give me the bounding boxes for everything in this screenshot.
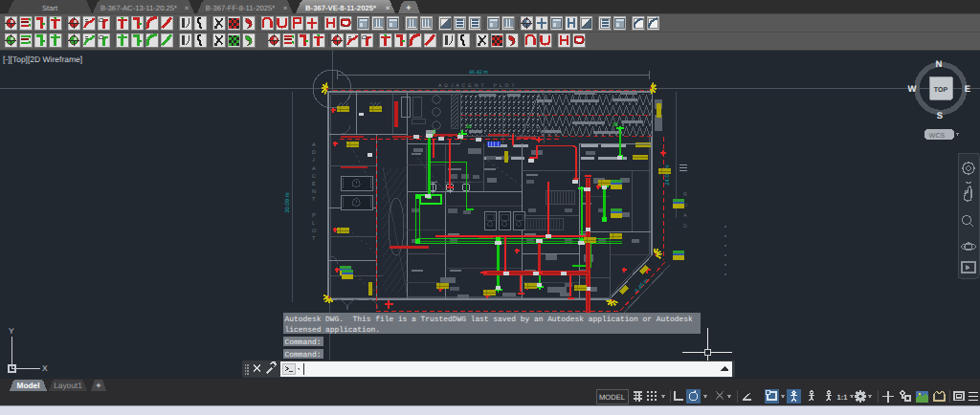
svg-text:A: A: [312, 142, 316, 148]
svg-text:A: A: [312, 166, 316, 172]
svg-text:P: P: [312, 213, 316, 219]
svg-text:×: ×: [386, 4, 390, 12]
svg-text:A D J A C E N T P L O T: A D J A C E N T P L O T: [438, 83, 516, 89]
svg-text:Command:: Command:: [285, 351, 322, 360]
svg-text:J: J: [312, 158, 315, 164]
svg-text:×: ×: [283, 4, 288, 12]
svg-text:Layout1: Layout1: [54, 381, 82, 390]
svg-text:C: C: [312, 174, 316, 180]
svg-text:[-][Top][2D Wireframe]: [-][Top][2D Wireframe]: [3, 55, 82, 64]
svg-text:N: N: [936, 59, 943, 70]
svg-text:N: N: [312, 189, 316, 195]
svg-text:35: 35: [612, 122, 618, 128]
svg-text:+: +: [406, 3, 411, 12]
svg-text:Command:: Command:: [285, 339, 322, 347]
svg-text:Y: Y: [9, 326, 14, 336]
svg-text:O: O: [312, 229, 317, 234]
svg-text:Model: Model: [17, 381, 40, 390]
svg-text:30.09 m: 30.09 m: [284, 192, 291, 213]
svg-text:A: A: [683, 213, 687, 219]
svg-text:B-367-VE-8-11-2025*: B-367-VE-8-11-2025*: [305, 4, 376, 12]
svg-text:R: R: [683, 192, 687, 198]
svg-text:46.42 m: 46.42 m: [469, 70, 488, 76]
svg-text:1:1: 1:1: [837, 393, 848, 402]
svg-text:D: D: [312, 150, 316, 156]
svg-text:24.00 m: 24.00 m: [664, 164, 671, 186]
svg-text:B-367-AC-13-11-20.25*: B-367-AC-13-11-20.25*: [100, 4, 177, 12]
svg-text:licensed application.: licensed application.: [285, 326, 380, 335]
svg-text:Autodesk DWG. This file is a: Autodesk DWG. This file is a TrustedDWG …: [285, 316, 693, 324]
svg-text:W: W: [908, 84, 917, 95]
svg-text:D: D: [683, 224, 687, 229]
svg-text:E: E: [965, 84, 970, 95]
svg-text:E: E: [312, 182, 316, 187]
svg-text:+: +: [96, 381, 100, 390]
svg-text:L: L: [312, 221, 315, 227]
svg-text:MODEL: MODEL: [599, 393, 625, 402]
svg-text:WCS: WCS: [929, 133, 946, 140]
svg-text:X: X: [42, 363, 48, 373]
svg-text:×: ×: [185, 4, 189, 12]
svg-text:Start: Start: [42, 4, 58, 12]
svg-text:S: S: [937, 111, 943, 121]
svg-text:B-367-FF-8-11-2025*: B-367-FF-8-11-2025*: [206, 4, 276, 12]
svg-text:35: 35: [466, 124, 472, 130]
svg-text:TOP: TOP: [934, 87, 948, 94]
